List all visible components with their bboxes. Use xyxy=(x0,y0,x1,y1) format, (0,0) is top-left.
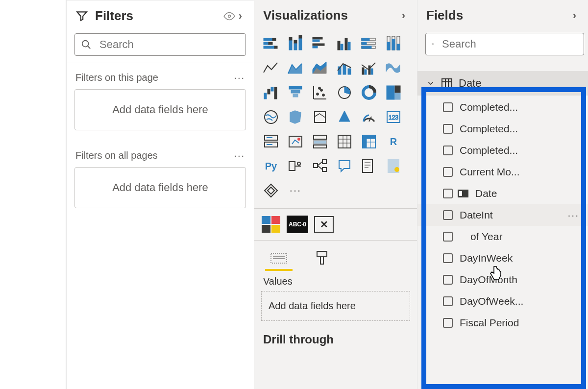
hundred-stacked-column-icon[interactable] xyxy=(383,33,404,54)
field-checkbox[interactable] xyxy=(443,146,453,155)
color-theme-icon[interactable] xyxy=(261,216,281,233)
funnel-icon[interactable] xyxy=(285,82,306,103)
kpi-icon[interactable] xyxy=(285,131,306,152)
fields-tab[interactable] xyxy=(265,250,293,271)
field-checkbox[interactable] xyxy=(443,124,453,134)
field-checkbox[interactable] xyxy=(443,232,453,242)
svg-rect-83 xyxy=(289,162,295,170)
field-checkbox[interactable] xyxy=(443,210,453,220)
eye-icon[interactable] xyxy=(223,10,236,23)
filters-search-input[interactable] xyxy=(98,38,240,51)
key-influencers-icon[interactable] xyxy=(285,155,306,177)
field-row[interactable]: Completed... xyxy=(417,97,588,118)
line-stacked-column-icon[interactable] xyxy=(334,57,355,79)
azure-map-icon[interactable] xyxy=(334,106,355,128)
table-name: Date xyxy=(459,77,481,90)
ribbon-chart-icon[interactable] xyxy=(383,57,404,79)
fields-title: Fields xyxy=(426,8,463,23)
table-icon[interactable] xyxy=(334,131,355,152)
matrix-icon[interactable] xyxy=(358,131,380,152)
field-checkbox[interactable] xyxy=(443,318,453,328)
svg-rect-80 xyxy=(363,135,367,148)
field-row[interactable]: Completed... xyxy=(417,140,588,161)
shape-map-icon[interactable] xyxy=(309,106,331,128)
more-icon[interactable]: ··· xyxy=(234,150,245,161)
line-clustered-column-icon[interactable] xyxy=(358,57,380,79)
field-row[interactable]: Date xyxy=(417,183,588,204)
field-label: Completed... xyxy=(460,101,518,113)
svg-rect-87 xyxy=(322,160,326,164)
analytics-icon[interactable]: ABC·0 xyxy=(287,216,308,233)
svg-point-52 xyxy=(320,89,323,92)
line-chart-icon[interactable] xyxy=(260,57,282,79)
filters-all-dropzone[interactable]: Add data fields here xyxy=(74,167,246,208)
area-chart-icon[interactable] xyxy=(285,57,306,79)
narrative-icon[interactable] xyxy=(358,155,380,177)
table-date-header[interactable]: Date xyxy=(417,71,588,96)
fields-tab-icon xyxy=(269,250,289,266)
fields-search[interactable] xyxy=(425,33,584,55)
stacked-bar-icon[interactable] xyxy=(260,33,282,54)
clear-icon[interactable]: ✕ xyxy=(314,216,334,233)
field-checkbox[interactable] xyxy=(443,167,453,177)
field-row[interactable]: DateInt··· xyxy=(417,204,588,226)
collapse-filters-icon[interactable]: › xyxy=(236,10,245,23)
svg-point-69 xyxy=(297,138,300,141)
field-more-icon[interactable]: ··· xyxy=(567,209,579,221)
decomposition-tree-icon[interactable] xyxy=(309,155,331,177)
svg-rect-104 xyxy=(442,79,452,88)
gauge-icon[interactable] xyxy=(358,106,380,128)
pie-icon[interactable] xyxy=(334,82,355,103)
field-checkbox[interactable] xyxy=(443,275,453,285)
field-row[interactable]: Current Mo... xyxy=(417,161,588,183)
multi-row-card-icon[interactable] xyxy=(260,131,282,152)
treemap-icon[interactable] xyxy=(383,82,404,103)
filled-map-icon[interactable] xyxy=(285,106,306,128)
filters-page-dropzone[interactable]: Add data fields here xyxy=(74,89,246,130)
svg-rect-9 xyxy=(289,40,292,50)
svg-rect-72 xyxy=(314,145,326,148)
stacked-area-icon[interactable] xyxy=(309,57,331,79)
clustered-bar-icon[interactable] xyxy=(309,33,331,54)
field-row[interactable]: DayOfWeek... xyxy=(417,291,588,312)
field-row[interactable]: DayInWeek xyxy=(417,247,588,269)
hundred-stacked-bar-icon[interactable] xyxy=(358,33,380,54)
field-row[interactable]: Fiscal Period xyxy=(417,312,588,334)
r-visual-icon[interactable]: R xyxy=(383,131,404,152)
field-checkbox[interactable] xyxy=(443,296,453,306)
stacked-column-icon[interactable] xyxy=(285,33,306,54)
values-dropzone[interactable]: Add data fields here xyxy=(261,291,410,321)
python-visual-icon[interactable]: Py xyxy=(260,155,282,177)
field-row[interactable]: DayOfMonth xyxy=(417,269,588,291)
donut-icon[interactable] xyxy=(358,82,380,103)
powerapps-icon[interactable] xyxy=(260,180,282,201)
fields-search-input[interactable] xyxy=(441,37,578,51)
field-row[interactable]: Completed... xyxy=(417,118,588,140)
svg-point-51 xyxy=(317,93,319,96)
paginated-report-icon[interactable] xyxy=(383,155,404,177)
field-label: Completed... xyxy=(460,123,518,135)
more-visuals-icon[interactable]: ··· xyxy=(285,180,306,201)
qa-visual-icon[interactable] xyxy=(334,155,355,177)
filters-search[interactable] xyxy=(74,33,246,56)
format-tab[interactable] xyxy=(314,250,330,271)
svg-rect-39 xyxy=(365,70,367,74)
scatter-icon[interactable] xyxy=(309,82,331,103)
field-checkbox[interactable] xyxy=(443,253,453,263)
map-icon[interactable] xyxy=(260,106,282,128)
waterfall-icon[interactable] xyxy=(260,82,282,103)
more-icon[interactable]: ··· xyxy=(234,72,245,83)
svg-rect-16 xyxy=(313,40,319,42)
svg-rect-101 xyxy=(320,256,323,264)
collapse-fields-icon[interactable]: › xyxy=(570,9,579,22)
slicer-icon[interactable] xyxy=(309,131,331,152)
card-icon[interactable]: 123 xyxy=(383,106,404,128)
field-checkbox[interactable] xyxy=(443,102,453,112)
field-checkbox[interactable] xyxy=(443,189,453,198)
field-row[interactable]: of Year xyxy=(417,226,588,247)
collapse-viz-icon[interactable]: › xyxy=(399,9,408,22)
svg-point-96 xyxy=(394,167,399,172)
svg-rect-47 xyxy=(291,90,300,93)
clustered-column-icon[interactable] xyxy=(334,33,355,54)
svg-rect-7 xyxy=(264,46,274,49)
